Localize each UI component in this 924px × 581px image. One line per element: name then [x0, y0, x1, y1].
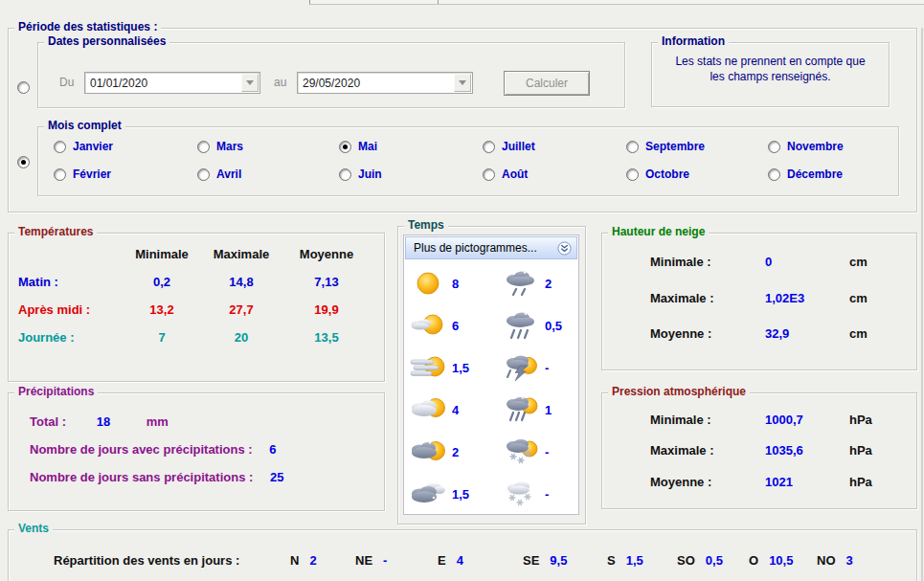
pression-avg-label: Moyenne :: [650, 475, 711, 489]
window-top-edge: [309, 0, 924, 5]
month-radio-novembre[interactable]: Novembre: [768, 140, 844, 153]
precip-sans-line: Nombre de jours sans précipitations : 25: [30, 470, 283, 484]
sun-with-wind-icon: [409, 353, 447, 382]
radio-mois-complet[interactable]: [17, 156, 30, 168]
picto-thunderstorm-sun: -: [502, 346, 575, 389]
month-label: Mai: [358, 140, 377, 153]
precip-total-label: Total :: [30, 414, 66, 429]
journee-avg: 13,5: [281, 330, 372, 345]
pression-max-value: 1035,6: [765, 443, 803, 458]
plus-pictogrammes-label: Plus de pictogrammes...: [414, 241, 537, 255]
vent-value: 1,5: [626, 553, 643, 568]
pression-min-unit: hPa: [849, 413, 872, 427]
neige-avg-value: 32,9: [765, 326, 789, 341]
precip-avec-label: Nombre de jours avec précipitations :: [30, 442, 253, 457]
vent-dir: SE: [523, 553, 539, 568]
radio-icon: [626, 141, 639, 153]
rain-with-sun-icon: [502, 395, 540, 424]
picto-count: 8: [452, 277, 459, 291]
radio-icon: [768, 168, 780, 181]
col-header-moyenne: Moyenne: [281, 247, 372, 261]
vent-so: SO0,5: [677, 553, 723, 568]
picto-count: 1: [545, 403, 552, 417]
precip-sans-label: Nombre de jours sans précipitations :: [30, 470, 253, 484]
picto-count: 4: [452, 403, 459, 417]
apres-avg: 19,9: [281, 302, 372, 317]
au-label: au: [274, 76, 286, 89]
neige-max-value: 1,02E3: [765, 291, 804, 305]
sun-with-small-cloud-icon: [409, 311, 447, 340]
journee-min: 7: [122, 330, 202, 345]
pression-min-value: 1000,7: [765, 413, 803, 427]
month-radio-avril[interactable]: Avril: [197, 168, 241, 181]
month-label: Septembre: [645, 140, 705, 153]
picto-grid: 8 2 6: [409, 262, 575, 515]
date-du-dropdown-button[interactable]: [241, 74, 259, 92]
month-radio-aout[interactable]: Août: [483, 168, 528, 181]
vent-value: 10,5: [769, 553, 793, 568]
picto-sun-with-wind: 1,5: [409, 346, 502, 389]
date-au-combobox[interactable]: 29/05/2020: [297, 72, 473, 94]
month-radio-decembre[interactable]: Décembre: [768, 168, 843, 181]
month-label: Novembre: [787, 140, 844, 153]
pression-max-unit: hPa: [849, 443, 872, 458]
group-periode-title: Période des statistiques :: [14, 20, 161, 34]
journee-max: 20: [202, 330, 281, 345]
group-precipitations: Précipitations Total : 18 mm Nombre de j…: [8, 392, 385, 511]
pression-max-label: Maximale :: [650, 443, 713, 458]
group-dates-title: Dates personnalisées: [44, 34, 169, 48]
picto-snow-with-sun: -: [502, 431, 575, 473]
du-label: Du: [59, 76, 74, 89]
date-du-combobox[interactable]: 01/01/2020: [84, 72, 260, 94]
month-radio-mars[interactable]: Mars: [197, 140, 243, 153]
precip-total-line: Total : 18 mm: [30, 414, 169, 429]
picto-count: 0,5: [545, 319, 562, 333]
group-periode-statistiques: Période des statistiques : Dates personn…: [8, 28, 917, 212]
picto-count: 1,5: [452, 361, 469, 375]
vent-se: SE9,5: [523, 553, 567, 568]
double-chevron-down-icon: [557, 241, 572, 256]
month-radio-juillet[interactable]: Juillet: [483, 140, 535, 153]
col-header-maximale: Maximale: [202, 247, 281, 261]
group-pression-title: Pression atmosphérique: [608, 385, 750, 398]
radio-icon: [483, 168, 495, 181]
sun-icon: [409, 269, 447, 298]
precip-total-value: 18: [97, 414, 110, 429]
dark-cloud-with-sun-icon: [409, 437, 447, 466]
month-radio-septembre[interactable]: Septembre: [626, 140, 705, 153]
plus-pictogrammes-button[interactable]: Plus de pictogrammes...: [405, 236, 577, 259]
vent-value: 3: [846, 553, 853, 568]
radio-icon: [626, 168, 639, 181]
precip-sans-value: 25: [270, 470, 283, 484]
group-pression: Pression atmosphérique Minimale : 1000,7…: [601, 392, 917, 509]
picto-sun: 8: [409, 262, 502, 304]
month-radio-fevrier[interactable]: Février: [54, 168, 111, 181]
month-label: Août: [502, 168, 528, 181]
row-label-journee: Journée :: [18, 330, 122, 345]
neige-avg-unit: cm: [849, 326, 868, 341]
vent-ne: NE-: [355, 553, 387, 568]
group-mois-complet: Mois complet Janvier Février Mars Avril …: [37, 126, 899, 196]
vent-dir: NO: [817, 553, 836, 568]
vent-o: O10,5: [749, 553, 793, 568]
month-radio-octobre[interactable]: Octobre: [626, 168, 689, 181]
row-label-apres-midi: Après midi :: [18, 302, 122, 317]
month-label: Avril: [216, 168, 241, 181]
month-label: Octobre: [645, 168, 689, 181]
information-text: Les stats ne prennent en compte que les …: [652, 55, 889, 84]
group-vents: Vents Répartition des vents en jours : N…: [8, 529, 917, 581]
month-radio-mai[interactable]: Mai: [339, 140, 377, 153]
snow-icon: [502, 480, 540, 508]
radio-dates-personnalisees[interactable]: [17, 81, 30, 94]
month-label: Décembre: [787, 168, 843, 181]
vent-n: N2: [290, 553, 317, 568]
precip-total-unit: mm: [146, 414, 169, 429]
pression-row-moyenne: Moyenne : 1021 hPa: [602, 475, 916, 490]
date-au-dropdown-button[interactable]: [454, 74, 471, 92]
month-radio-juin[interactable]: Juin: [339, 168, 382, 181]
month-radio-janvier[interactable]: Janvier: [54, 140, 113, 153]
picto-count: -: [545, 445, 549, 459]
calculer-button[interactable]: Calculer: [504, 71, 590, 96]
group-neige-title: Hauteur de neige: [608, 225, 709, 238]
radio-icon: [483, 141, 495, 153]
